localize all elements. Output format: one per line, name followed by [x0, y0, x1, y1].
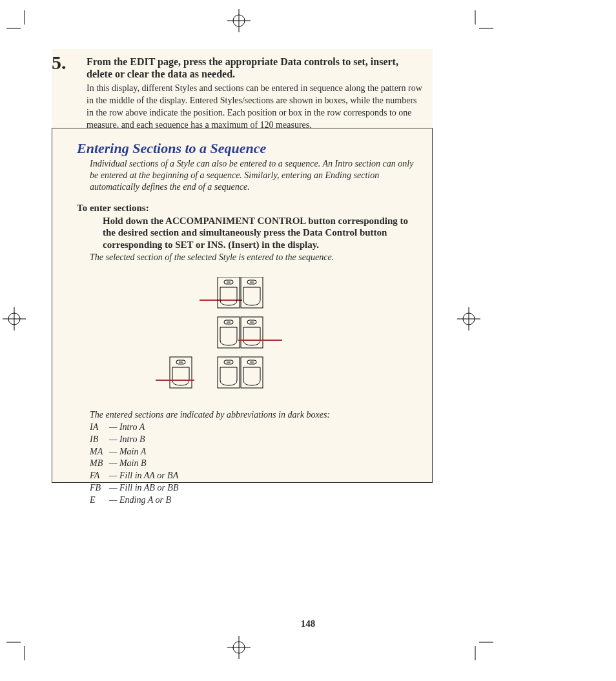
- registration-mark-icon: [227, 636, 251, 659]
- list-item: FB— Fill in AB or BB: [90, 482, 419, 494]
- abbreviation-list: IA— Intro A IB— Intro B MA— Main A MB— M…: [90, 422, 419, 507]
- list-item: MB— Main B: [90, 458, 419, 470]
- section-subhead: To enter sections:: [77, 203, 419, 214]
- step-block: 5. From the EDIT page, press the appropr…: [52, 49, 433, 141]
- registration-mark-icon: [3, 307, 26, 330]
- indicated-note: The entered sections are indicated by ab…: [90, 410, 419, 420]
- step-number: 5.: [52, 52, 67, 74]
- page-number: 148: [0, 618, 616, 629]
- section-intro: Individual sections of a Style can also …: [90, 158, 415, 194]
- step-title: From the EDIT page, press the appropriat…: [87, 56, 424, 80]
- list-item: E— Ending A or B: [90, 494, 419, 507]
- list-item: MA— Main A: [90, 446, 419, 458]
- registration-mark-icon: [227, 9, 251, 32]
- list-item: IA— Intro A: [90, 422, 419, 434]
- section-instruction: Hold down the ACCOMPANIMENT CONTROL butt…: [103, 215, 419, 251]
- step-description: In this display, different Styles and se…: [87, 83, 424, 132]
- diagram: [119, 277, 365, 393]
- list-item: IB— Intro B: [90, 434, 419, 446]
- registration-mark-icon: [457, 307, 480, 330]
- section-instruction-note: The selected section of the selected Sty…: [90, 252, 419, 263]
- section-box: Entering Sections to a Sequence Individu…: [52, 128, 433, 483]
- list-item: FA— Fill in AA or BA: [90, 470, 419, 482]
- section-title: Entering Sections to a Sequence: [77, 140, 419, 157]
